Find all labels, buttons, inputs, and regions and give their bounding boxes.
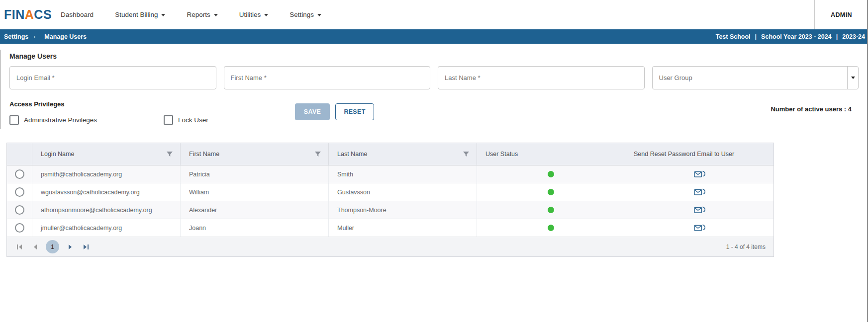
- filter-icon[interactable]: [463, 151, 470, 158]
- user-status-cell: [477, 183, 625, 201]
- chevron-down-icon: [214, 14, 218, 16]
- window-left-edge: [0, 50, 1, 129]
- row-select-radio[interactable]: [15, 187, 24, 197]
- nav-label: Utilities: [239, 11, 261, 18]
- page-number-button[interactable]: 1: [46, 240, 59, 253]
- first-name-cell: Joann: [181, 219, 329, 237]
- send-reset-column-header: Send Reset Password Email to User: [625, 143, 773, 165]
- top-nav: FINACS Dashboard Student Billing Reports…: [0, 0, 868, 29]
- nav-label: Settings: [289, 11, 314, 18]
- user-status-column-header: User Status: [477, 143, 625, 165]
- nav-menu: Dashboard Student Billing Reports Utilit…: [61, 11, 321, 18]
- user-group-select[interactable]: User Group: [652, 66, 859, 89]
- pager-info: 1 - 4 of 4 items: [726, 243, 766, 250]
- breadcrumb-bar: Settings › Manage Users Test School | Sc…: [0, 29, 868, 44]
- lock-user-checkbox[interactable]: [164, 115, 173, 125]
- send-reset-password-email-icon[interactable]: [694, 224, 705, 233]
- column-label: User Status: [485, 151, 518, 158]
- school-year: School Year 2023 - 2024: [761, 33, 832, 40]
- row-select-cell: [7, 165, 32, 183]
- last-name-input[interactable]: [438, 74, 644, 81]
- administrative-privileges-checkbox[interactable]: [9, 115, 19, 125]
- reset-button[interactable]: RESET: [335, 103, 374, 120]
- access-section: Access Privileges Administrative Privile…: [9, 100, 859, 136]
- first-name-cell: Alexander: [181, 201, 329, 219]
- next-page-button[interactable]: [65, 242, 76, 252]
- send-reset-cell: [625, 201, 773, 219]
- select-column-header: [7, 143, 32, 165]
- chevron-down-icon: [161, 14, 165, 16]
- lock-user-label: Lock User: [178, 116, 208, 124]
- first-name-input[interactable]: [224, 74, 430, 81]
- login-email-field-wrap: [9, 66, 216, 89]
- first-name-cell: William: [181, 183, 329, 201]
- send-reset-password-email-icon[interactable]: [694, 170, 705, 179]
- login-name-cell: wgustavsson@catholicacademy.org: [32, 183, 181, 201]
- row-select-radio[interactable]: [15, 169, 24, 179]
- send-reset-password-email-icon[interactable]: [694, 188, 705, 197]
- nav-item-reports[interactable]: Reports: [187, 11, 217, 18]
- logo-part-cs: CS: [34, 7, 52, 21]
- login-name-cell: athompsonmoore@catholicacademy.org: [32, 201, 181, 219]
- user-menu[interactable]: ADMIN: [814, 0, 868, 29]
- last-name-column-header: Last Name: [329, 143, 477, 165]
- first-name-cell: Patricia: [181, 165, 329, 183]
- nav-item-utilities[interactable]: Utilities: [239, 11, 269, 18]
- row-select-cell: [7, 183, 32, 201]
- active-users-count: Number of active users : 4: [771, 105, 852, 113]
- save-button[interactable]: SAVE: [295, 103, 330, 120]
- last-name-cell: Muller: [329, 219, 477, 237]
- user-group-dropdown-button[interactable]: [847, 67, 858, 89]
- users-table: Login Name First Name Last Name User Sta…: [6, 143, 774, 257]
- first-name-field-wrap: [224, 66, 431, 89]
- row-select-cell: [7, 219, 32, 237]
- year-short: 2023-24: [842, 33, 865, 40]
- first-name-column-header: First Name: [181, 143, 329, 165]
- previous-page-button[interactable]: [29, 242, 40, 252]
- context-divider: |: [755, 33, 757, 40]
- filter-icon[interactable]: [314, 151, 321, 158]
- login-name-cell: jmuller@catholicacademy.org: [32, 219, 181, 237]
- nav-item-settings[interactable]: Settings: [289, 11, 321, 18]
- nav-item-student-billing[interactable]: Student Billing: [115, 11, 165, 18]
- row-select-cell: [7, 201, 32, 219]
- access-privileges-heading: Access Privileges: [9, 100, 859, 108]
- row-select-radio[interactable]: [15, 205, 24, 215]
- user-name: ADMIN: [831, 11, 852, 18]
- active-status-dot-icon: [548, 189, 554, 195]
- send-reset-cell: [625, 219, 773, 237]
- breadcrumb-separator-icon: ›: [33, 33, 35, 40]
- filter-icon[interactable]: [166, 151, 173, 158]
- breadcrumb-settings[interactable]: Settings: [4, 33, 28, 40]
- form-actions: SAVE RESET: [295, 103, 374, 120]
- chevron-down-icon: [264, 14, 268, 16]
- school-context: Test School | School Year 2023 - 2024 | …: [716, 33, 865, 40]
- page-title: Manage Users: [9, 52, 859, 61]
- administrative-privileges-label: Administrative Privileges: [24, 116, 97, 124]
- send-reset-password-email-icon[interactable]: [694, 206, 705, 215]
- table-row: athompsonmoore@catholicacademy.org Alexa…: [7, 201, 773, 219]
- finacs-logo[interactable]: FINACS: [4, 8, 52, 21]
- table-row: psmith@catholicacademy.org Patricia Smit…: [7, 165, 773, 183]
- logo-part-fin: FIN: [4, 7, 25, 21]
- nav-item-dashboard[interactable]: Dashboard: [61, 11, 94, 18]
- last-name-cell: Smith: [329, 165, 477, 183]
- column-label: Last Name: [337, 151, 367, 158]
- user-form: User Group: [9, 66, 859, 89]
- column-label: Send Reset Password Email to User: [634, 151, 734, 158]
- login-name-column-header: Login Name: [32, 143, 181, 165]
- manage-users-page: FINACS Dashboard Student Billing Reports…: [0, 0, 868, 322]
- last-name-field-wrap: [438, 66, 645, 89]
- table-pager: 1 1 - 4 of 4 items: [7, 237, 773, 256]
- nav-label: Dashboard: [61, 11, 94, 18]
- breadcrumb-manage-users[interactable]: Manage Users: [44, 33, 87, 40]
- send-reset-cell: [625, 183, 773, 201]
- last-page-button[interactable]: [80, 242, 91, 252]
- last-name-cell: Thompson-Moore: [329, 201, 477, 219]
- row-select-radio[interactable]: [15, 223, 24, 233]
- login-email-input[interactable]: [10, 74, 216, 81]
- user-status-cell: [477, 219, 625, 237]
- nav-label: Reports: [187, 11, 210, 18]
- first-page-button[interactable]: [14, 242, 25, 252]
- active-status-dot-icon: [548, 171, 554, 177]
